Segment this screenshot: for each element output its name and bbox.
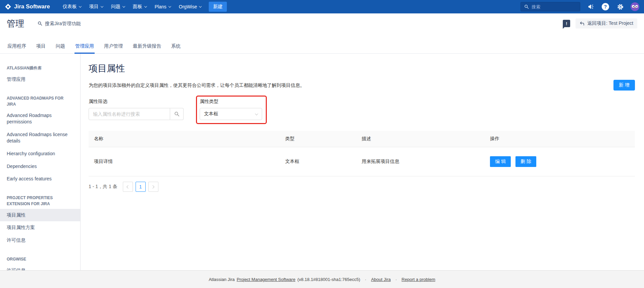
search-icon	[174, 111, 180, 117]
menu-projects[interactable]: 项目	[85, 0, 107, 13]
pagination-next-button[interactable]	[148, 182, 158, 192]
admin-search-input[interactable]	[45, 21, 119, 26]
back-to-project-button[interactable]: 返回项目: Test Project	[576, 18, 637, 28]
table-header-row: 名称 类型 描述 操作	[89, 131, 635, 147]
search-icon	[38, 21, 42, 26]
chevron-down-icon	[168, 5, 171, 7]
footer-report-link[interactable]: Report a problem	[402, 277, 435, 282]
main-content: 项目属性 新 增 为您的项目添加额外的自定义项目属性，使其更符合公司需求，让每个…	[81, 54, 644, 270]
sidebar-item-manage-apps[interactable]: 管理应用	[0, 73, 80, 86]
footer-version: (v8.18.1#818001-sha1:765ecc5)	[297, 277, 360, 282]
page-footer: Atlassian Jira Project Management Softwa…	[0, 270, 644, 288]
type-filter-label: 属性类型	[200, 99, 262, 105]
page-description: 为您的项目添加额外的自定义项目属性，使其更符合公司需求，让每个员工都能清晰地了解…	[89, 82, 635, 89]
sidebar-section-advanced-roadmaps: ADVANCED ROADMAPS FOR JIRA	[0, 91, 80, 109]
menu-plans[interactable]: Plans	[151, 0, 175, 13]
tab-system[interactable]: 系统	[170, 43, 181, 54]
column-actions: 操作	[485, 131, 635, 147]
delete-button[interactable]: 删 除	[515, 156, 536, 167]
footer-prefix: Atlassian Jira	[209, 277, 235, 282]
help-icon[interactable]: ?	[601, 2, 610, 11]
menu-dashboards[interactable]: 仪表板	[59, 0, 85, 13]
pagination: 1 - 1，共 1 条 1	[89, 182, 635, 192]
admin-search[interactable]	[38, 21, 119, 26]
tab-applications[interactable]: 应用程序	[7, 43, 27, 54]
chevron-down-icon	[255, 112, 258, 115]
footer-about-link[interactable]: About Jira	[371, 277, 391, 282]
back-arrow-icon	[580, 21, 585, 26]
jira-logo-icon	[5, 3, 11, 10]
feedback-icon[interactable]: !	[563, 20, 570, 27]
sidebar-item-orgwise-license-info[interactable]: 许可信息	[0, 264, 80, 270]
tab-issues[interactable]: 问题	[55, 43, 66, 54]
filter-row: 属性筛选 属性类型 文本框	[89, 99, 635, 120]
chevron-left-icon	[127, 185, 130, 188]
type-filter-group: 属性类型 文本框	[200, 99, 262, 120]
main-menu: 仪表板 项目 问题 面板 Plans OrgWise	[59, 0, 205, 13]
property-name-search-input[interactable]	[89, 108, 170, 120]
chevron-down-icon	[122, 5, 125, 7]
sidebar-item-hierarchy-configuration[interactable]: Hierarchy configuration	[0, 148, 80, 160]
sidebar-item-ar-license-details[interactable]: Advanced Roadmaps license details	[0, 128, 80, 148]
tab-latest-upgrade-report[interactable]: 最新升级报告	[132, 43, 162, 54]
search-icon	[524, 4, 529, 9]
menu-boards[interactable]: 面板	[129, 0, 151, 13]
sidebar-item-project-property-schemes[interactable]: 项目属性方案	[0, 221, 80, 234]
user-avatar[interactable]	[631, 2, 639, 11]
cell-description: 用来拓展项目信息	[356, 147, 485, 176]
name-filter-label: 属性筛选	[89, 99, 184, 105]
megaphone-icon[interactable]	[586, 2, 595, 11]
admin-sidebar: ATLASSIAN插件库 管理应用 ADVANCED ROADMAPS FOR …	[0, 54, 81, 270]
chevron-down-icon	[144, 5, 147, 7]
gear-icon[interactable]	[616, 2, 625, 11]
footer-software-link[interactable]: Project Management Software	[237, 277, 295, 282]
property-type-value: 文本框	[204, 111, 218, 117]
footer-separator: ·	[395, 277, 397, 282]
sidebar-item-project-properties[interactable]: 项目属性	[0, 209, 80, 222]
admin-title: 管理	[7, 18, 24, 30]
sidebar-section-orgwise: ORGWISE	[0, 252, 80, 264]
pagination-summary: 1 - 1，共 1 条	[89, 184, 117, 190]
jira-logo[interactable]: Jira Software	[5, 3, 50, 10]
tab-manage-apps[interactable]: 管理应用	[75, 43, 95, 54]
name-filter-group: 属性筛选	[89, 99, 184, 120]
column-name: 名称	[89, 131, 280, 147]
global-search-input[interactable]	[532, 4, 575, 9]
tab-projects[interactable]: 项目	[36, 43, 46, 54]
sidebar-item-early-access-features[interactable]: Early access features	[0, 173, 80, 185]
sidebar-item-license-info[interactable]: 许可信息	[0, 234, 80, 247]
tab-user-management[interactable]: 用户管理	[103, 43, 123, 54]
page-title: 项目属性	[89, 62, 635, 74]
properties-table: 名称 类型 描述 操作 项目详情 文本框 用来拓展项目信息 编 辑 删 除	[89, 131, 635, 176]
cell-actions: 编 辑 删 除	[485, 147, 635, 176]
chevron-down-icon	[199, 5, 202, 7]
column-description: 描述	[356, 131, 485, 147]
create-button[interactable]: 新建	[209, 2, 227, 12]
cell-type: 文本框	[280, 147, 356, 176]
navbar-right: ?	[521, 2, 639, 11]
brand-title: Jira Software	[14, 3, 50, 10]
pagination-page-1-button[interactable]: 1	[136, 182, 146, 192]
property-type-select[interactable]: 文本框	[200, 108, 262, 120]
column-type: 类型	[280, 131, 356, 147]
table-row: 项目详情 文本框 用来拓展项目信息 编 辑 删 除	[89, 147, 635, 176]
sidebar-item-ar-permissions[interactable]: Advanced Roadmaps permissions	[0, 109, 80, 128]
footer-separator: ·	[365, 277, 366, 282]
sidebar-item-dependencies[interactable]: Dependencies	[0, 160, 80, 173]
search-submit-button[interactable]	[170, 108, 184, 120]
add-property-button[interactable]: 新 增	[613, 80, 635, 91]
pagination-prev-button[interactable]	[123, 182, 133, 192]
global-search[interactable]	[521, 2, 580, 11]
cell-name: 项目详情	[89, 147, 280, 176]
menu-orgwise[interactable]: OrgWise	[175, 0, 205, 13]
edit-button[interactable]: 编 辑	[490, 156, 511, 167]
chevron-right-icon	[151, 185, 154, 188]
sidebar-section-project-properties: PROJECT PROPERTIES EXTENSION FOR JIRA	[0, 191, 80, 209]
chevron-down-icon	[79, 5, 82, 7]
menu-issues[interactable]: 问题	[107, 0, 129, 13]
admin-tabs: 应用程序 项目 问题 管理应用 用户管理 最新升级报告 系统	[0, 34, 644, 54]
chevron-down-icon	[101, 5, 103, 7]
sidebar-section-atlassian-marketplace: ATLASSIAN插件库	[0, 61, 80, 73]
admin-header: 管理 ! 返回项目: Test Project	[0, 13, 644, 34]
top-navbar: Jira Software 仪表板 项目 问题 面板 Plans OrgWise…	[0, 0, 644, 13]
